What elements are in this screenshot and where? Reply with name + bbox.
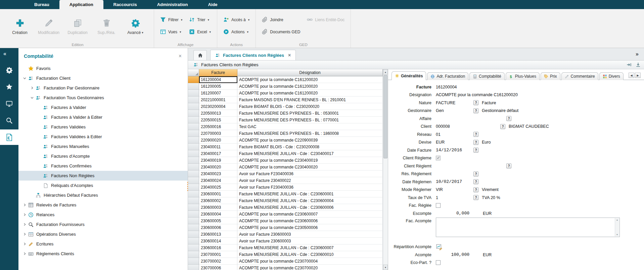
- chevron-right-icon[interactable]: [22, 242, 28, 246]
- facture-cell[interactable]: 230700001: [199, 251, 237, 258]
- facture-cell[interactable]: 230600016: [199, 244, 237, 251]
- designation-cell[interactable]: Facture BIGMAT BLOIS - Cde : C230200008: [237, 144, 383, 150]
- facture-cell[interactable]: 230400025: [199, 184, 237, 191]
- row-header-cell[interactable]: [188, 224, 199, 231]
- sidebar-item-favoris[interactable]: Favoris: [18, 64, 188, 73]
- duplication-button[interactable]: Duplication: [63, 16, 92, 35]
- designation-cell[interactable]: ACOMPTE pour la commande C161200020: [237, 76, 383, 83]
- table-row[interactable]: 230400025Avoir sur Facture F230400036: [188, 184, 383, 191]
- row-header-cell[interactable]: [188, 197, 199, 204]
- vues-button[interactable]: Vues▾: [160, 28, 182, 36]
- scroll-down-icon[interactable]: ▼: [616, 234, 618, 236]
- table-row[interactable]: 230600014Avoir sur Facture 230600003: [188, 238, 383, 244]
- field-value[interactable]: 000008: [436, 124, 469, 129]
- chevron-right-icon[interactable]: [29, 86, 35, 90]
- chevron-down-icon[interactable]: [29, 96, 35, 100]
- facture-cell[interactable]: 230400019: [199, 157, 237, 164]
- sidebar-item-factures-d-acompte[interactable]: Factures d'Acompte: [18, 151, 188, 161]
- tab-plus-values[interactable]: $Plus-Values: [506, 72, 540, 80]
- scrollbar-thumb[interactable]: [383, 75, 387, 158]
- filtrer-button[interactable]: Filtrer▾: [160, 16, 182, 24]
- table-row[interactable]: 230700006ACOMPTE pour la commande C23070…: [188, 265, 383, 270]
- tab-overflow-button[interactable]: »: [634, 51, 640, 57]
- facture-cell[interactable]: 230600003: [199, 204, 237, 211]
- table-row[interactable]: 161200004ACOMPTE pour la commande C16120…: [188, 76, 383, 83]
- field-value[interactable]: 10/02/2017: [436, 179, 469, 184]
- chevron-right-icon[interactable]: [22, 223, 28, 226]
- table-row[interactable]: 230400023Avoir sur Facture F230400036: [188, 170, 383, 177]
- designation-cell[interactable]: Facture MENUISERIE DES PYRENEES - BL : 0…: [237, 110, 383, 117]
- facture-cell[interactable]: 161200007: [199, 90, 237, 97]
- designation-cell[interactable]: Facture MENUISERIE DES PYRENEES - BL : 0…: [237, 117, 383, 123]
- help-button[interactable]: ?: [473, 140, 478, 145]
- tab-adr-facturation[interactable]: Adr. Facturation: [427, 72, 468, 80]
- designation-cell[interactable]: Avoir sur Facture 230400022: [237, 177, 383, 184]
- creation-button[interactable]: Création: [5, 16, 34, 35]
- help-button[interactable]: ?: [506, 116, 511, 121]
- sidebar-item-reliquats-d-acomptes[interactable]: Reliquats d'Acomptes: [18, 181, 188, 190]
- field-value[interactable]: 100,000: [436, 252, 469, 257]
- table-row[interactable]: 230400020ACOMPTE pour la commande C23040…: [188, 164, 383, 170]
- facture-cell[interactable]: 230600013: [199, 231, 237, 238]
- row-header-cell[interactable]: [188, 170, 199, 177]
- table-row[interactable]: 230600003Facture MENUISERIE JUILLAN - Cd…: [188, 204, 383, 211]
- menu-administration[interactable]: Administration: [147, 0, 198, 9]
- facture-cell[interactable]: 230400011: [199, 144, 237, 150]
- acces-a-button[interactable]: Accès à▾: [223, 16, 249, 24]
- help-button[interactable]: ?: [473, 195, 478, 200]
- row-header-cell[interactable]: [188, 83, 199, 90]
- scroll-down-button[interactable]: ▼: [383, 265, 388, 270]
- designation-cell[interactable]: Facture MENUISERIE DES PYRENEES - BL : 1…: [237, 130, 383, 137]
- facture-cell[interactable]: 230700002: [199, 258, 237, 265]
- row-header-cell[interactable]: [188, 258, 199, 265]
- tab-factures-clients-non-reglees[interactable]: Factures Clients non Réglées ×: [210, 50, 296, 60]
- table-row[interactable]: 220500015Facture MENUISERIE DES PYRENEES…: [188, 117, 383, 123]
- designation-cell[interactable]: Test GAC: [237, 123, 383, 130]
- table-row[interactable]: 20221000001Facture MAISONS D'EN FRANCE R…: [188, 97, 383, 103]
- chevron-down-icon[interactable]: [22, 76, 28, 80]
- sidebar-item-factures-validees-a-editer[interactable]: Factures Validées à Editer: [18, 132, 188, 142]
- table-row[interactable]: 230600005ACOMPTE pour la commande C23060…: [188, 218, 383, 224]
- acompte-textarea[interactable]: ▲▼: [436, 218, 620, 237]
- tab-scroll-left-button[interactable]: ◀: [629, 73, 634, 78]
- tab-close-icon[interactable]: ×: [288, 52, 291, 58]
- avance-button[interactable]: Avancé▾: [121, 16, 150, 35]
- facture-cell[interactable]: 230600005: [199, 218, 237, 224]
- menu-bureau[interactable]: Bureau: [24, 0, 59, 9]
- chevron-right-icon[interactable]: [22, 213, 28, 217]
- table-row[interactable]: 230400017Facture MENUISERIE JUILLAN - Cd…: [188, 150, 383, 157]
- tab-comptabilite[interactable]: Comptabilité: [469, 72, 505, 80]
- help-button[interactable]: ?: [500, 124, 505, 129]
- table-row[interactable]: 220700003Facture MENUISERIE DES PYRENEES…: [188, 130, 383, 137]
- menu-aide[interactable]: Aide: [198, 0, 227, 9]
- table-row[interactable]: 230400024Avoir sur Facture 230400022: [188, 177, 383, 184]
- facture-cell[interactable]: 230700006: [199, 265, 237, 270]
- table-row[interactable]: 220500013Facture MENUISERIE DES PYRENEES…: [188, 110, 383, 117]
- facture-cell[interactable]: 220500013: [199, 110, 237, 117]
- table-row[interactable]: 230600002Facture MENUISERIE JUILLAN - Cd…: [188, 197, 383, 204]
- facture-cell[interactable]: 220900020: [199, 137, 237, 144]
- tab-divers[interactable]: Divers: [599, 72, 624, 80]
- sidebar-item-hierarchies-defaut-factures[interactable]: Hiérarchies Défaut Factures: [18, 190, 188, 200]
- sidebar-item-factures-a-valider[interactable]: Factures à Valider: [18, 103, 188, 112]
- designation-cell[interactable]: Facture MENUISERIE JUILLAN - Cde : C2304…: [237, 150, 383, 157]
- facture-cell[interactable]: 220500016: [199, 123, 237, 130]
- scroll-up-icon[interactable]: ▲: [616, 219, 618, 221]
- table-row[interactable]: 230600004ACOMPTE pour la commande C23060…: [188, 211, 383, 218]
- chevron-right-icon[interactable]: [22, 252, 28, 256]
- table-row[interactable]: 20230200004Facture BIGMAT BLOIS - Cde : …: [188, 103, 383, 110]
- designation-cell[interactable]: ACOMPTE pour la commande C161200020: [237, 90, 383, 97]
- row-header-cell[interactable]: [188, 97, 199, 103]
- textarea-scrollbar[interactable]: ▲▼: [615, 218, 619, 236]
- row-header-cell[interactable]: [188, 144, 199, 150]
- sidebar-item-releves-de-factures[interactable]: Relevés de Factures: [18, 200, 188, 210]
- checkbox-eco-part[interactable]: [436, 260, 441, 265]
- designation-cell[interactable]: ACOMPTE pour la commande C230600006: [237, 218, 383, 224]
- sidebar-item-facturation-client[interactable]: Facturation Client: [18, 73, 188, 83]
- desktop-button[interactable]: [0, 96, 18, 111]
- designation-cell[interactable]: ACOMPTE pour la commande C230700004: [237, 258, 383, 265]
- designation-cell[interactable]: Facture MENUISERIE JUILLAN - Cde : C2306…: [237, 204, 383, 211]
- table-row[interactable]: 230600016Facture MENUISERIE JUILLAN - Cd…: [188, 244, 383, 251]
- repartition-acompte-button[interactable]: [436, 243, 443, 250]
- facture-cell[interactable]: 20221000001: [199, 97, 237, 103]
